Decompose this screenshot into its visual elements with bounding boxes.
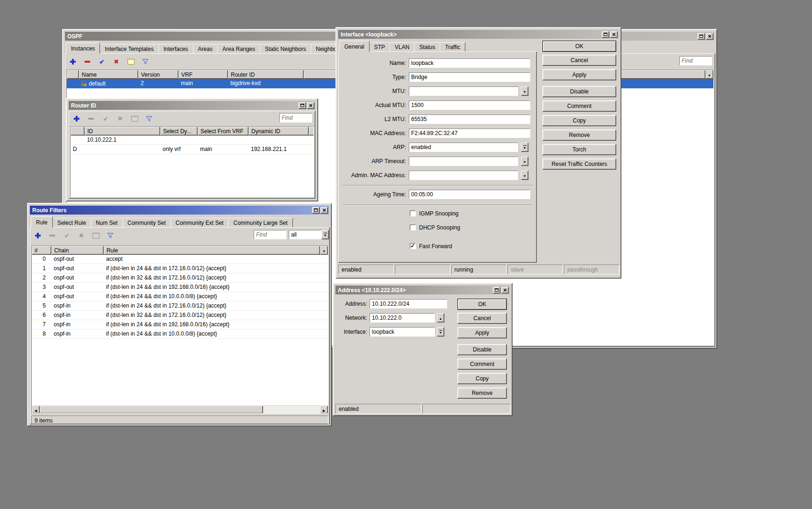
scroll-left-button[interactable] — [32, 406, 40, 414]
tab-traffic[interactable]: Traffic — [440, 42, 465, 51]
version-column-header[interactable]: Version — [138, 70, 178, 79]
ok-button[interactable]: OK — [542, 41, 616, 52]
igmp-snooping-checkbox[interactable] — [410, 210, 416, 216]
tab-general[interactable]: General — [339, 41, 370, 52]
maximize-button[interactable] — [493, 287, 500, 294]
disable-button[interactable] — [116, 115, 124, 123]
reset-traffic-counters-button[interactable]: Reset Traffic Counters — [542, 158, 616, 170]
table-row[interactable]: 2ospf-outif (dst-len in 32 && dst in 172… — [32, 273, 328, 283]
route-filters-titlebar[interactable]: Route Filters — [30, 206, 329, 215]
torch-button[interactable]: Torch — [542, 144, 616, 155]
enable-button[interactable] — [63, 231, 71, 240]
disable-button[interactable] — [77, 231, 85, 240]
remove-button[interactable] — [87, 115, 95, 123]
tab-area-ranges[interactable]: Area Ranges — [217, 44, 260, 53]
select-dynamic-column-header[interactable]: Select Dy... — [160, 127, 198, 136]
copy-button[interactable]: Copy — [457, 373, 507, 384]
ageing-time-input[interactable] — [409, 190, 530, 199]
l2-mtu-input[interactable] — [409, 115, 530, 124]
actual-mtu-input[interactable] — [409, 100, 530, 110]
close-button[interactable] — [501, 287, 509, 294]
chain-filter-dropdown[interactable] — [289, 230, 321, 239]
column-select-button[interactable] — [705, 70, 713, 79]
horizontal-scrollbar[interactable] — [32, 405, 328, 413]
name-input[interactable] — [409, 58, 530, 68]
comment-button[interactable] — [130, 115, 139, 123]
tab-status[interactable]: Status — [414, 42, 440, 51]
rule-column-header[interactable]: Rule — [104, 246, 320, 255]
scroll-right-button[interactable] — [320, 406, 328, 414]
table-row[interactable]: 10.10.222.1 — [71, 136, 313, 145]
add-button[interactable] — [34, 231, 42, 240]
comment-button[interactable] — [92, 231, 100, 240]
select-from-vrf-column-header[interactable]: Select From VRF — [198, 127, 249, 136]
id-column-header[interactable]: ID — [85, 127, 160, 136]
chain-column-header[interactable]: Chain — [51, 246, 104, 255]
close-button[interactable] — [321, 207, 328, 214]
table-row[interactable]: 4ospf-outif (dst-len in 24 && dst in 10.… — [32, 292, 328, 301]
arp-timeout-input[interactable] — [409, 157, 518, 166]
network-input[interactable] — [370, 313, 435, 323]
tab-instances[interactable]: Instances — [66, 43, 100, 54]
tab-select-rule[interactable]: Select Rule — [52, 218, 91, 227]
fast-forward-checkbox[interactable] — [410, 243, 416, 249]
table-row[interactable]: 0ospf-outaccept — [32, 255, 328, 264]
maximize-button[interactable] — [698, 33, 705, 40]
type-input[interactable] — [409, 72, 530, 82]
find-input[interactable] — [279, 113, 312, 122]
admin-mac-input[interactable] — [409, 171, 518, 180]
address-input[interactable] — [370, 299, 447, 308]
dhcp-snooping-checkbox[interactable] — [410, 224, 416, 230]
number-column-header[interactable]: # — [32, 246, 51, 255]
tab-static-neighbors[interactable]: Static Neighbors — [260, 44, 311, 53]
router-id-column-header[interactable]: Router ID — [228, 70, 304, 79]
filter-button[interactable] — [145, 115, 153, 123]
table-row[interactable]: 6ospf-inif (dst-len in 32 && dst in 172.… — [32, 311, 328, 320]
tab-stp[interactable]: STP — [369, 42, 390, 51]
enable-button[interactable] — [101, 115, 110, 123]
remove-button[interactable] — [83, 57, 92, 66]
interface-input[interactable] — [370, 327, 435, 337]
router-id-titlebar[interactable]: Router ID — [69, 101, 315, 110]
add-button[interactable] — [69, 57, 77, 66]
cancel-button[interactable]: Cancel — [542, 55, 616, 66]
apply-button[interactable]: Apply — [457, 327, 507, 338]
admin-mac-dropdown-button[interactable] — [521, 171, 528, 180]
disable-button[interactable]: Disable — [457, 344, 507, 355]
table-row[interactable]: 5ospf-inif (dst-len in 24 && dst in 172.… — [32, 301, 328, 311]
cancel-button[interactable]: Cancel — [457, 313, 507, 324]
comment-button[interactable]: Comment — [542, 100, 616, 112]
filter-button[interactable] — [141, 57, 150, 66]
tab-num-set[interactable]: Num Set — [91, 218, 123, 227]
tab-vlan[interactable]: VLAN — [390, 42, 414, 51]
disable-button[interactable]: Disable — [542, 86, 616, 97]
apply-button[interactable]: Apply — [542, 69, 616, 80]
address-titlebar[interactable]: Address <10.10.222.0/24> — [335, 286, 510, 294]
network-up-button[interactable] — [437, 313, 444, 323]
close-button[interactable] — [307, 102, 314, 109]
mtu-input[interactable] — [409, 86, 518, 96]
close-button[interactable] — [610, 31, 618, 38]
vrf-column-header[interactable]: VRF — [178, 70, 228, 79]
tab-interface-templates[interactable]: Interface Templates — [100, 44, 159, 53]
disable-button[interactable] — [112, 57, 121, 66]
maximize-button[interactable] — [299, 102, 306, 109]
flag-column-header[interactable] — [67, 70, 79, 79]
maximize-button[interactable] — [312, 207, 320, 214]
comment-button[interactable]: Comment — [457, 358, 507, 370]
maximize-button[interactable] — [602, 31, 609, 38]
find-input[interactable] — [254, 230, 286, 239]
tab-areas[interactable]: Areas — [193, 44, 218, 53]
chain-filter-dropdown-button[interactable] — [321, 230, 329, 239]
copy-button[interactable]: Copy — [542, 115, 616, 126]
flag-column-header[interactable] — [71, 127, 85, 136]
remove-button[interactable]: Remove — [542, 129, 616, 141]
arp-timeout-dropdown-button[interactable] — [521, 157, 528, 166]
comment-button[interactable] — [127, 57, 135, 66]
interface-titlebar[interactable]: Interface <loopback> — [338, 30, 619, 39]
tab-interfaces[interactable]: Interfaces — [158, 44, 193, 53]
table-row[interactable]: 1ospf-outif (dst-len in 24 && dst in 172… — [32, 264, 328, 273]
tab-community-set[interactable]: Community Set — [122, 218, 171, 227]
scroll-thumb[interactable] — [40, 406, 263, 414]
column-select-button[interactable] — [320, 246, 328, 255]
